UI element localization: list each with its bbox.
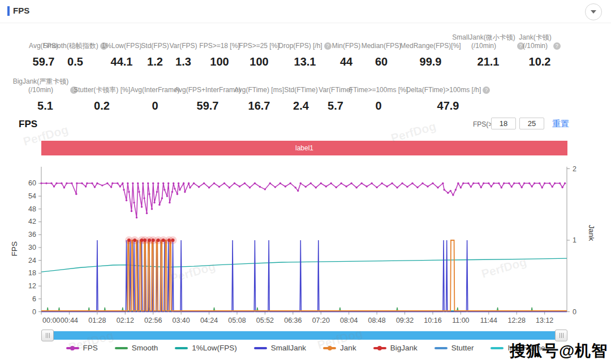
svg-text:60: 60 [28, 179, 36, 187]
svg-text:13:12: 13:12 [536, 317, 553, 324]
stat-value: 47.9 [403, 99, 493, 112]
stat-row2-9: Delta(FTime)>100ms [/h]?47.9 [403, 74, 493, 112]
legend-label: Smooth [132, 344, 158, 352]
legend-label: FPS [83, 344, 98, 352]
svg-text:11:00: 11:00 [452, 317, 469, 324]
svg-text:48: 48 [28, 205, 36, 213]
legend-swatch [434, 347, 448, 349]
svg-text:02:12: 02:12 [117, 317, 134, 324]
reset-button[interactable]: 重置 [552, 119, 569, 129]
label-banner: label1 [41, 141, 567, 155]
svg-text:12:28: 12:28 [508, 317, 526, 324]
panel-title: FPS [13, 6, 29, 15]
svg-text:36: 36 [28, 231, 36, 239]
svg-text:05:52: 05:52 [256, 317, 274, 324]
legend-label: Jank [340, 344, 356, 352]
perfdog-fps-panel: FPS Avg(FPS)59.7Smooth(稳帧指数)?0.51%Low(FP… [0, 0, 611, 364]
stat-label: Delta(FTime)>100ms [/h] [406, 86, 481, 94]
scrollbar-right-handle[interactable] [555, 330, 567, 341]
legend-swatch [490, 347, 504, 349]
svg-text:24: 24 [28, 257, 36, 265]
svg-text:10:16: 10:16 [424, 317, 441, 324]
chart-legend: FPSSmooth1%Low(FPS)SmallJankJankBigJankS… [0, 344, 611, 352]
legend-marker-dot [70, 346, 75, 350]
svg-text:2: 2 [573, 165, 576, 173]
svg-text:12: 12 [28, 282, 36, 290]
legend-marker-dot [377, 346, 382, 350]
svg-text:54: 54 [28, 192, 36, 200]
svg-text:42: 42 [28, 218, 36, 226]
chart-scrollbar-track[interactable] [41, 331, 567, 340]
svg-text:08:04: 08:04 [340, 317, 358, 324]
svg-text:04:24: 04:24 [200, 317, 218, 324]
svg-text:Jank: Jank [587, 225, 596, 241]
svg-text:18: 18 [28, 269, 36, 277]
legend-item-interframe[interactable]: InterFrame [490, 344, 545, 352]
legend-item-bigjank[interactable]: BigJank [373, 344, 418, 352]
legend-item-fps[interactable]: FPS [66, 344, 98, 352]
svg-text:08:48: 08:48 [368, 317, 385, 324]
legend-label: SmallJank [271, 344, 306, 352]
legend-item-1-low-fps-[interactable]: 1%Low(FPS) [175, 344, 237, 352]
svg-text:30: 30 [28, 244, 36, 252]
legend-item-smalljank[interactable]: SmallJank [254, 344, 306, 352]
legend-swatch [115, 347, 128, 349]
help-icon[interactable]: ? [553, 42, 561, 50]
legend-item-jank[interactable]: Jank [323, 344, 356, 352]
grip-icon [561, 333, 562, 338]
legend-swatch [323, 347, 336, 349]
svg-text:00:00: 00:00 [42, 317, 60, 324]
svg-text:03:40: 03:40 [172, 317, 190, 324]
legend-swatch [66, 347, 79, 349]
svg-text:09:32: 09:32 [396, 317, 414, 324]
svg-text:05:08: 05:08 [228, 317, 246, 324]
fps-threshold-input-1[interactable] [491, 118, 516, 129]
svg-text:FPS: FPS [10, 241, 19, 256]
svg-text:07:20: 07:20 [312, 317, 330, 324]
legend-item-smooth[interactable]: Smooth [115, 344, 158, 352]
grip-icon [48, 333, 48, 338]
collapse-button[interactable] [585, 3, 602, 20]
chevron-down-icon [591, 10, 596, 14]
header-divider [0, 23, 611, 23]
title-accent-bar [7, 6, 10, 16]
legend-label: BigJank [390, 344, 418, 352]
svg-text:06:36: 06:36 [284, 317, 302, 324]
stat-label: FTime>=100ms [%] [349, 86, 408, 94]
svg-text:01:28: 01:28 [88, 317, 106, 324]
stat-label: Jank(卡顿) (/10min) [519, 33, 551, 50]
legend-swatch [254, 347, 267, 349]
scrollbar-left-handle[interactable] [41, 330, 54, 341]
svg-text:00:44: 00:44 [61, 317, 78, 324]
legend-label: 1%Low(FPS) [192, 344, 237, 352]
stat-value: 10.2 [494, 55, 585, 68]
fps-threshold-input-2[interactable] [519, 118, 544, 129]
legend-label: Stutter [451, 344, 474, 352]
help-icon[interactable]: ? [483, 86, 490, 94]
svg-text:1: 1 [573, 236, 576, 244]
perfdog-watermark: PerfDog [169, 259, 217, 285]
legend-label: InterFrame [507, 344, 545, 352]
legend-swatch [373, 347, 386, 349]
svg-text:6: 6 [32, 295, 36, 303]
legend-item-stutter[interactable]: Stutter [434, 344, 474, 352]
svg-text:11:44: 11:44 [480, 317, 497, 324]
svg-text:0: 0 [32, 308, 36, 316]
svg-text:02:56: 02:56 [144, 317, 162, 324]
banner-label: label1 [295, 144, 313, 152]
stat-row1-13: Jank(卡顿) (/10min)?10.2 [494, 30, 585, 68]
chart-section-title: FPS [19, 119, 37, 130]
svg-text:0: 0 [573, 308, 576, 316]
perfdog-watermark: PerfDog [480, 255, 528, 281]
legend-swatch [175, 347, 188, 349]
legend-marker-dot [328, 346, 332, 350]
